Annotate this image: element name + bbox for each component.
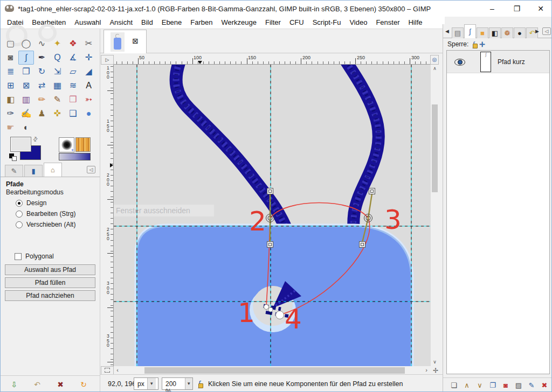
lower-path-button[interactable]: ∨ — [474, 380, 485, 391]
measure-tool[interactable]: ∡ — [65, 51, 81, 65]
horizontal-scroll-thumb[interactable] — [144, 367, 405, 374]
ink-tool[interactable]: ✑ — [3, 107, 18, 121]
duplicate-path-button[interactable]: ❐ — [487, 380, 498, 391]
warp-transform-tool[interactable]: ≋ — [65, 79, 81, 93]
brushes-tab[interactable]: ● — [514, 27, 526, 38]
paths-list[interactable]: ∫Pfad kurz — [446, 50, 550, 374]
perspective-tool[interactable]: ◢ — [81, 65, 96, 79]
navigation-icon[interactable]: ✢ — [431, 366, 440, 375]
quick-mask-toggle[interactable] — [101, 366, 114, 375]
menu-hilfe[interactable]: Hilfe — [404, 17, 426, 28]
foreground-select-tool[interactable]: ◙ — [3, 51, 18, 65]
crop-tool[interactable]: ❐ — [18, 65, 34, 79]
menu-cfu[interactable]: CFU — [285, 17, 308, 28]
heal-tool[interactable]: ✜ — [50, 107, 65, 121]
menu-ansicht[interactable]: Ansicht — [105, 17, 137, 28]
close-tab-icon[interactable]: ⊠ — [132, 37, 139, 45]
select-by-color-tool[interactable]: ❖ — [65, 37, 81, 51]
rotate-tool[interactable]: ↻ — [34, 65, 50, 79]
flip-tool[interactable]: ⇄ — [34, 79, 50, 93]
paintbrush-tool[interactable]: ✎ — [50, 93, 65, 107]
auswahl-aus-pfad-button[interactable]: Auswahl aus Pfad — [5, 264, 95, 275]
move-tool[interactable]: ✛ — [81, 51, 96, 65]
delete-path-button[interactable]: ✖ — [539, 380, 550, 391]
vertical-scrollbar[interactable]: ∧ ∨ — [430, 65, 438, 366]
color-picker-tool[interactable]: ✒ — [34, 51, 50, 65]
gradients-tab[interactable]: ◧ — [489, 27, 501, 38]
palettes-tab[interactable]: ❁ — [501, 27, 513, 38]
mode-radio-bearbeiten-strg-[interactable]: Bearbeiten (Strg) — [16, 208, 75, 219]
unit-select[interactable]: px ▼ — [134, 377, 158, 390]
selection-to-path-button[interactable]: ▨ — [513, 380, 524, 391]
chevron-down-icon[interactable]: ▼ — [185, 378, 192, 389]
menu-bild[interactable]: Bild — [137, 17, 157, 28]
mode-radio-design[interactable]: Design — [16, 198, 75, 208]
fuzzy-select-tool[interactable]: ✦ — [50, 37, 65, 51]
save-tool-options-button[interactable]: ⇩ — [8, 379, 20, 390]
scale-tool[interactable]: ⇲ — [50, 65, 65, 79]
tab-scroll-left-icon[interactable]: ◀ — [445, 29, 449, 34]
chevron-down-icon[interactable]: ▼ — [147, 378, 156, 389]
rectangle-select-tool[interactable]: ▢ — [3, 37, 18, 51]
new-path-button[interactable]: ❏ — [448, 380, 459, 391]
restore-button[interactable]: ❐ — [506, 1, 528, 17]
pfad-f-llen-button[interactable]: Pfad füllen — [5, 277, 95, 288]
tool-options-tab[interactable]: ✎ — [5, 165, 23, 177]
paths-tool[interactable]: ∫ — [18, 51, 34, 65]
paths-tab[interactable]: ∫ — [464, 24, 476, 38]
default-colors-icon[interactable] — [9, 153, 17, 161]
lock-position-icon[interactable]: ✛ — [479, 40, 485, 48]
clone-tool[interactable]: ♟ — [34, 107, 50, 121]
anchor-4[interactable] — [276, 311, 284, 319]
dodge-burn-tool[interactable]: ◐ — [18, 121, 34, 135]
cage-transform-tool[interactable]: ▦ — [50, 79, 65, 93]
tab-scroll-right-icon[interactable]: ▶ — [535, 29, 539, 34]
minimize-button[interactable]: – — [481, 1, 503, 17]
radio-icon[interactable] — [16, 221, 23, 228]
pattern-preview[interactable] — [75, 137, 91, 152]
brush-preview[interactable]: + — [59, 137, 74, 152]
shear-tool[interactable]: ▱ — [65, 65, 81, 79]
anchor-1b[interactable] — [268, 307, 273, 312]
mypaint-brush-tool[interactable]: ✍ — [18, 107, 34, 121]
scroll-down-icon[interactable]: ∨ — [431, 358, 439, 366]
restore-tool-options-button[interactable]: ↶ — [31, 379, 43, 390]
horizontal-scrollbar[interactable]: ‹ › — [114, 366, 430, 375]
zoom-tool[interactable]: Q — [50, 51, 65, 65]
menu-farben[interactable]: Farben — [186, 17, 217, 28]
anchor-1[interactable] — [264, 305, 269, 310]
detach-icon[interactable]: ◁ — [87, 166, 95, 173]
raise-path-button[interactable]: ∧ — [461, 380, 472, 391]
menu-fenster[interactable]: Fenster — [371, 17, 404, 28]
handle-transform-tool[interactable]: ⊠ — [18, 79, 34, 93]
path-row[interactable]: ∫Pfad kurz — [447, 51, 549, 73]
align-tool[interactable]: ≣ — [3, 65, 18, 79]
ellipse-select-tool[interactable]: ◯ — [18, 37, 34, 51]
path-thumbnail[interactable]: ∫ — [480, 52, 491, 72]
foreground-color-swatch[interactable] — [10, 137, 31, 152]
gradient-tool[interactable]: ▥ — [18, 93, 34, 107]
image-canvas[interactable]: Fenster ausschneiden — [114, 65, 430, 366]
text-tool[interactable]: A — [81, 79, 96, 93]
pfad-nachziehen-button[interactable]: Pfad nachziehen — [5, 290, 95, 301]
vertical-scroll-thumb[interactable] — [432, 104, 438, 192]
scroll-left-icon[interactable]: ‹ — [114, 366, 121, 375]
reset-tool-options-button[interactable]: ↻ — [78, 379, 89, 390]
detach-icon[interactable]: ◁ — [542, 27, 551, 35]
scroll-right-icon[interactable]: › — [423, 366, 430, 375]
swap-colors-icon[interactable]: ⇄ — [31, 135, 40, 144]
free-select-tool[interactable]: ∿ — [34, 37, 50, 51]
layers-tab[interactable]: ▤ — [452, 27, 464, 38]
unified-transform-tool[interactable]: ⊞ — [3, 79, 18, 93]
radio-icon[interactable] — [16, 200, 23, 207]
gradient-preview[interactable] — [59, 153, 91, 160]
airbrush-tool[interactable]: ➳ — [81, 93, 96, 107]
pencil-tool[interactable]: ✏ — [34, 93, 50, 107]
menu-werkzeuge[interactable]: Werkzeuge — [217, 17, 261, 28]
visibility-eye-icon[interactable] — [454, 59, 465, 66]
eraser-tool[interactable]: ❒ — [65, 93, 81, 107]
bucket-fill-tool[interactable]: ◧ — [3, 93, 18, 107]
path-to-selection-button[interactable]: ◙ — [500, 380, 511, 391]
stroke-path-button[interactable]: ✎ — [526, 380, 537, 391]
close-button[interactable]: ✕ — [530, 1, 551, 17]
